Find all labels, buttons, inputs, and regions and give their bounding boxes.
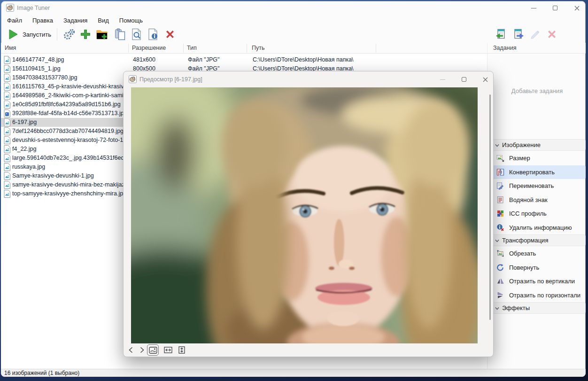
task-rotate[interactable]: Повернуть — [491, 261, 586, 275]
column-separator[interactable] — [128, 44, 129, 53]
app-icon — [6, 4, 14, 12]
jpg-file-icon — [4, 101, 10, 109]
jpg-file-icon — [4, 136, 10, 144]
fit-width-icon — [164, 347, 172, 353]
maximize-icon — [462, 77, 466, 82]
menu-edit[interactable]: Правка — [27, 17, 58, 24]
task-label: Водяной знак — [509, 196, 548, 203]
jpg-file-icon — [4, 56, 10, 64]
file-info-button[interactable] — [146, 27, 160, 41]
file-name: 3928f88e-fdaf-45fa-b14d-c56e73513713.jpe… — [12, 110, 131, 117]
task-rename[interactable]: Переименовать — [491, 179, 586, 193]
jpg-file-icon — [4, 154, 10, 162]
column-resolution[interactable]: Разрешение — [132, 45, 166, 51]
file-name: 1644989586_2-fikiwiki-com-p-kartinki-sam… — [12, 92, 128, 99]
status-bar: 16 изображений (1 выбрано) — [1, 369, 586, 377]
column-type[interactable]: Тип — [187, 45, 197, 51]
task-label: Размер — [509, 155, 530, 162]
file-name: 15847038431537780.jpg — [12, 74, 77, 81]
close-icon — [483, 77, 488, 82]
jpg-file-icon — [4, 118, 10, 126]
preview-maximize-button[interactable] — [455, 72, 473, 86]
toolbar: Запустить — [1, 26, 586, 43]
column-separator[interactable] — [247, 44, 247, 53]
chevron-down-icon — [495, 239, 499, 242]
file-name: 1616115763_45-p-krasivie-devushki-krasiv… — [12, 83, 132, 90]
section-header-effects[interactable]: Эффекты — [491, 302, 586, 314]
next-image-icon — [140, 347, 144, 353]
fit-width-button[interactable] — [162, 344, 174, 356]
watermark-icon — [496, 196, 504, 204]
task-icc-profile[interactable]: ICC профиль — [491, 207, 586, 221]
remove-info-icon — [496, 224, 504, 232]
preview-window: Предосмотр [6-197.jpg] — [123, 71, 494, 357]
run-button[interactable]: Запустить — [5, 27, 55, 42]
chevron-down-icon — [495, 144, 499, 147]
fit-image-icon — [149, 347, 157, 354]
close-button[interactable] — [566, 1, 587, 15]
file-type: Файл "JPG" — [188, 56, 219, 63]
file-name: top-samyye-krasivyye-zhenshchiny-mira.jp… — [12, 190, 126, 197]
task-flip-vertical[interactable]: Отразить по вертикали — [491, 274, 586, 288]
jpg-file-icon — [4, 127, 10, 135]
maximize-button[interactable] — [545, 1, 565, 15]
paste-button[interactable] — [113, 27, 127, 41]
fit-height-button[interactable] — [176, 344, 187, 356]
export-tasks-button[interactable] — [511, 27, 526, 41]
remove-file-button[interactable] — [163, 27, 177, 41]
task-label: Переименовать — [509, 182, 554, 189]
file-path: C:\Users\DTore\Desktop\Новая папка\ — [253, 56, 354, 63]
file-name: Samye-krasivye-devushki-1.jpg — [12, 172, 94, 179]
task-resize[interactable]: Размер — [491, 151, 586, 165]
file-name: 1466147747_48.jpg — [12, 56, 64, 63]
rotate-icon — [496, 264, 504, 272]
task-flip-horizontal[interactable]: Отразить по горизонтали — [491, 288, 586, 303]
tasks-empty-hint: Добавьте задания — [488, 87, 586, 94]
column-name[interactable]: Имя — [5, 45, 16, 51]
window-title: Image Tuner — [17, 5, 50, 11]
import-tasks-icon — [495, 28, 507, 40]
jpg-file-icon — [4, 145, 10, 153]
jpg-file-icon — [4, 92, 10, 100]
column-separator[interactable] — [183, 44, 184, 53]
menu-tasks[interactable]: Задания — [58, 17, 93, 24]
minimize-button[interactable] — [523, 1, 544, 15]
add-files-button[interactable] — [78, 27, 93, 41]
preview-icon — [131, 28, 143, 40]
task-watermark[interactable]: Водяной знак — [491, 193, 586, 207]
file-name: 1e0c85d91fbf8fc6a4239a5a89d151b6.jpg — [12, 101, 121, 108]
minimize-icon — [440, 79, 445, 80]
task-remove-info[interactable]: Удалить информацию — [491, 221, 586, 235]
import-tasks-button[interactable] — [494, 27, 508, 41]
task-label: Удалить информацию — [509, 224, 572, 231]
section-header-image[interactable]: Изображение — [491, 139, 586, 151]
next-image-button[interactable] — [137, 344, 147, 356]
preview-close-button[interactable] — [476, 72, 495, 86]
fit-image-button[interactable] — [147, 344, 159, 356]
menu-view[interactable]: Вид — [93, 17, 114, 24]
preview-scrollbar[interactable] — [489, 94, 491, 320]
settings-button[interactable] — [62, 27, 76, 41]
maximize-icon — [553, 6, 557, 10]
task-convert[interactable]: Конвертировать — [491, 165, 586, 179]
add-files-icon — [80, 29, 91, 40]
paste-icon — [114, 28, 126, 40]
add-folder-button[interactable] — [95, 27, 109, 41]
previous-image-button[interactable] — [125, 344, 136, 356]
preview-button[interactable] — [130, 27, 144, 41]
column-path[interactable]: Путь — [252, 45, 264, 51]
preview-title-bar: Предосмотр [6-197.jpg] — [124, 71, 493, 87]
column-separator[interactable] — [376, 44, 376, 53]
file-name: russkaya.jpg — [12, 163, 45, 170]
file-name: samye-krasivye-devushki-mira-bez-makijaz… — [12, 181, 128, 188]
rename-icon — [496, 182, 504, 190]
task-crop[interactable]: Обрезать — [491, 247, 586, 261]
menu-help[interactable]: Помощь — [114, 17, 148, 24]
jpg-file-icon — [4, 74, 10, 82]
edit-task-button — [528, 27, 542, 41]
jpeg-file-icon — [4, 109, 10, 117]
file-row[interactable]: 1466147747_48.jpg 481x600 Файл "JPG" C:\… — [1, 55, 487, 64]
desktop: Image Tuner Файл Правка Задания Вид Помо… — [0, 0, 588, 381]
section-header-transform[interactable]: Трансформация — [491, 234, 586, 246]
menu-file[interactable]: Файл — [2, 17, 27, 24]
